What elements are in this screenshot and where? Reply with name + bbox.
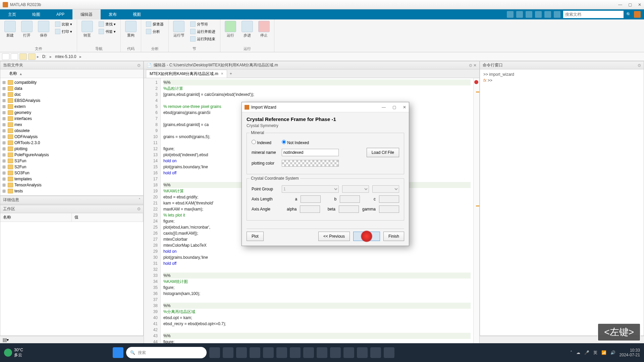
tab-app[interactable]: APP [48,9,72,19]
close-tab-icon[interactable]: × [221,71,223,76]
folder-icon[interactable] [28,53,36,60]
weather-widget[interactable]: 30°C多云 [4,348,23,358]
file-tab[interactable]: MTEX如何利用KAM分离再结晶区域.m × [146,70,227,78]
run-advance-button[interactable]: 运行并前进 [189,28,217,35]
panel-menu-icon[interactable]: ⊙ [638,63,641,68]
axis-c-input[interactable] [379,195,399,203]
bookmark-button[interactable]: 书签 ▾ [97,28,117,35]
point-group-select-2[interactable] [342,185,369,193]
section-break-button[interactable]: 分节符 [189,21,217,27]
axis-b-input[interactable] [340,195,360,203]
tray-icon[interactable]: ☁ [576,350,580,355]
tab-view[interactable]: 视图 [125,9,149,19]
folder-item[interactable]: ⊞ORTools-2.3.0 [0,140,143,146]
warning-mark[interactable] [476,205,479,206]
breadcrumb[interactable]: mtex-5.10.0 [53,54,78,59]
forward-button[interactable] [11,53,18,60]
expand-icon[interactable]: ˄ [139,198,141,202]
stop-button[interactable]: 停止 [257,21,271,38]
profiler-button[interactable]: 探查器 [145,21,165,27]
panel-menu-icon[interactable]: ⊙ [137,63,141,68]
print-button[interactable]: 打印 ▾ [54,28,73,35]
tab-editor[interactable]: 编辑器 [72,9,101,19]
search-icon[interactable]: 🔍 [626,12,631,17]
taskbar-app-icon[interactable] [330,347,341,358]
fx-icon[interactable]: fx [483,78,486,83]
folder-item[interactable]: ⊞EBSDAnalysis [0,98,143,104]
tab-home[interactable]: 主页 [0,9,24,19]
analyze-button[interactable]: 分析 [145,28,165,35]
folder-item[interactable]: ⊞mex [0,122,143,128]
point-group-select[interactable]: 1 [282,185,339,193]
user-icon[interactable] [634,11,641,18]
close-icon[interactable]: ✕ [638,2,641,7]
axis-a-input[interactable] [301,195,321,203]
folder-item[interactable]: ⊞extern [0,104,143,110]
find-button[interactable]: 查找 ▾ [97,21,117,27]
warning-mark[interactable] [476,92,479,93]
point-group-select-3[interactable] [372,185,399,193]
plot-button[interactable]: Plot [247,232,264,241]
quick-access-icon[interactable] [507,11,514,18]
run-section-button[interactable]: 运行节 [172,21,185,38]
open-button[interactable]: 打开 [20,21,34,38]
load-cif-button[interactable]: Load Cif File [367,148,399,157]
maximize-icon[interactable]: ▢ [628,2,632,7]
taskbar-app-icon[interactable] [276,347,287,358]
ime-indicator[interactable]: 英 [593,350,597,356]
folder-item[interactable]: ⊞plotting [0,146,143,152]
taskbar-app-icon[interactable] [384,347,394,358]
quick-access-icon[interactable] [526,11,532,18]
search-docs-input[interactable] [563,11,624,18]
folder-item[interactable]: ⊞TensorAnalysis [0,182,143,188]
command-window[interactable]: >> import_wizard fx >> [480,69,644,85]
folder-item[interactable]: ⊞doc [0,92,143,98]
alpha-input[interactable] [300,205,320,213]
back-button[interactable] [2,53,9,60]
taskbar-app-icon[interactable] [223,347,233,358]
folder-item[interactable]: ⊞templates [0,176,143,182]
taskbar-app-icon[interactable] [263,347,274,358]
taskbar-app-icon[interactable] [343,347,354,358]
taskbar-app-icon[interactable] [357,347,368,358]
new-button[interactable]: 新建 [3,21,17,38]
folder-item[interactable]: ⊞geometry [0,110,143,116]
tab-publish[interactable]: 发布 [101,9,125,19]
goto-button[interactable]: 转至 [80,21,94,38]
finish-button[interactable]: Finish [383,232,404,241]
mineral-name-input[interactable] [282,149,339,156]
folder-item[interactable]: ⊞obsolete [0,128,143,134]
minimize-icon[interactable]: — [382,105,386,110]
column-header[interactable]: 名称 [9,71,17,76]
error-indicator-icon[interactable] [474,80,478,84]
close-icon[interactable]: ✕ [403,105,406,110]
taskbar-app-icon[interactable] [236,347,247,358]
panel-menu-icon[interactable]: ⊙ ✕ [469,63,477,68]
taskbar-app-icon[interactable] [317,347,327,358]
tray-volume-icon[interactable]: 🔊 [610,350,615,355]
maximize-icon[interactable]: ▢ [392,105,396,110]
message-bar[interactable] [473,78,479,358]
folder-item[interactable]: ⊞compatibility [0,79,143,85]
up-button[interactable] [19,53,27,60]
folder-item[interactable]: ⊞S1Fun [0,158,143,164]
folder-item[interactable]: ⊞S2Fun [0,164,143,170]
folder-item[interactable]: ⊞interfaces [0,116,143,122]
taskbar-app-icon[interactable] [303,347,314,358]
tray-icon[interactable]: 🎤 [584,350,589,355]
folder-item[interactable]: ⊞SO3Fun [0,170,143,176]
beta-input[interactable] [339,205,359,213]
refactor-button[interactable]: 重构 [124,21,138,38]
taskbar-clock[interactable]: 10:332024-07-21 [620,348,640,357]
column-header[interactable]: 值 [72,213,143,222]
quick-access-icon[interactable] [516,11,523,18]
folder-item[interactable]: ⊞tests [0,188,143,194]
add-tab-button[interactable]: + [227,71,235,76]
taskbar-app-icon[interactable] [370,347,381,358]
folder-item[interactable]: ⊞ODFAnalysis [0,134,143,140]
folder-item[interactable]: ⊞PoleFigureAnalysis [0,152,143,158]
run-button[interactable]: 运行 [224,21,237,38]
tab-plot[interactable]: 绘图 [24,9,48,19]
help-icon[interactable] [554,11,560,18]
radio-indexed[interactable]: Indexed [252,140,278,145]
